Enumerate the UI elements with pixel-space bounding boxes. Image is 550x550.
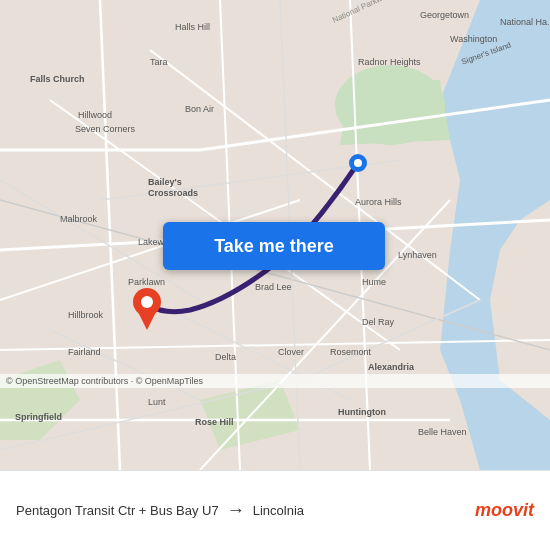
svg-text:Fairland: Fairland	[68, 347, 101, 357]
svg-text:Belle Haven: Belle Haven	[418, 427, 467, 437]
bottom-bar: Pentagon Transit Ctr + Bus Bay U7 → Linc…	[0, 470, 550, 550]
svg-text:Bon Air: Bon Air	[185, 104, 214, 114]
svg-text:Alexandria: Alexandria	[368, 362, 415, 372]
svg-text:Georgetown: Georgetown	[420, 10, 469, 20]
svg-text:Malbrook: Malbrook	[60, 214, 98, 224]
svg-text:Hume: Hume	[362, 277, 386, 287]
svg-text:Falls Church: Falls Church	[30, 74, 85, 84]
svg-text:Huntington: Huntington	[338, 407, 386, 417]
svg-text:Rose Hill: Rose Hill	[195, 417, 234, 427]
svg-text:Seven Corners: Seven Corners	[75, 124, 136, 134]
svg-text:Clover: Clover	[278, 347, 304, 357]
map-attribution: © OpenStreetMap contributors · © OpenMap…	[0, 374, 550, 388]
route-info: Pentagon Transit Ctr + Bus Bay U7 → Linc…	[16, 500, 475, 521]
svg-text:Delta: Delta	[215, 352, 236, 362]
svg-text:Hillbrook: Hillbrook	[68, 310, 104, 320]
moovit-logo: moovit	[475, 500, 534, 521]
svg-text:Lunt: Lunt	[148, 397, 166, 407]
svg-text:Crossroads: Crossroads	[148, 188, 198, 198]
svg-text:Brad Lee: Brad Lee	[255, 282, 292, 292]
svg-text:Tara: Tara	[150, 57, 168, 67]
svg-text:Rosemont: Rosemont	[330, 347, 372, 357]
svg-point-58	[141, 296, 153, 308]
svg-text:Halls Hill: Halls Hill	[175, 22, 210, 32]
from-label: Pentagon Transit Ctr + Bus Bay U7	[16, 503, 219, 518]
svg-text:Bailey's: Bailey's	[148, 177, 182, 187]
svg-text:Parklawn: Parklawn	[128, 277, 165, 287]
map-container: Georgetown Washington Falls Church Halls…	[0, 0, 550, 470]
svg-text:Washington: Washington	[450, 34, 497, 44]
svg-point-61	[354, 159, 362, 167]
moovit-logo-text: moovit	[475, 500, 534, 521]
svg-text:Del Ray: Del Ray	[362, 317, 395, 327]
svg-text:Springfield: Springfield	[15, 412, 62, 422]
svg-text:Radnor Heights: Radnor Heights	[358, 57, 421, 67]
arrow-icon: →	[227, 500, 245, 521]
svg-text:Aurora Hills: Aurora Hills	[355, 197, 402, 207]
svg-text:Hillwood: Hillwood	[78, 110, 112, 120]
svg-text:Lynhaven: Lynhaven	[398, 250, 437, 260]
to-label: Lincolnia	[253, 503, 304, 518]
take-me-there-button[interactable]: Take me there	[163, 222, 385, 270]
svg-text:National Ha...: National Ha...	[500, 17, 550, 27]
